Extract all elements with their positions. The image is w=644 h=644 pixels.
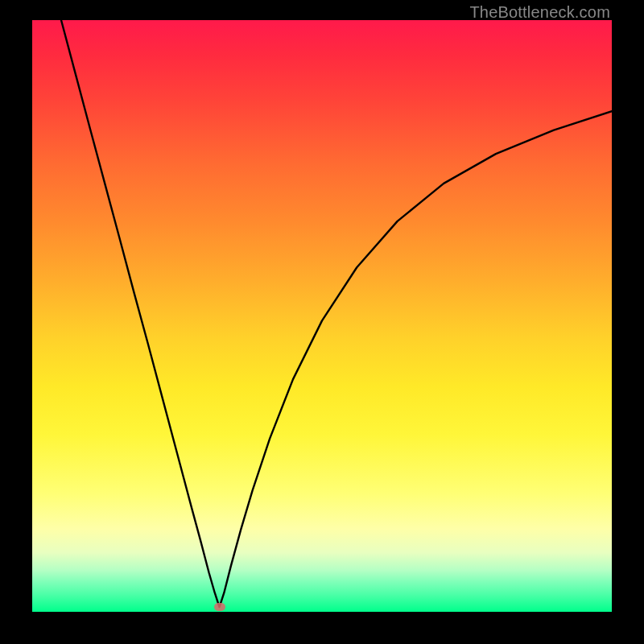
plot-area (32, 20, 612, 612)
chart-frame: TheBottleneck.com (0, 0, 644, 644)
watermark-text: TheBottleneck.com (469, 3, 610, 22)
minimum-marker (214, 603, 225, 611)
curve-line (32, 20, 612, 612)
